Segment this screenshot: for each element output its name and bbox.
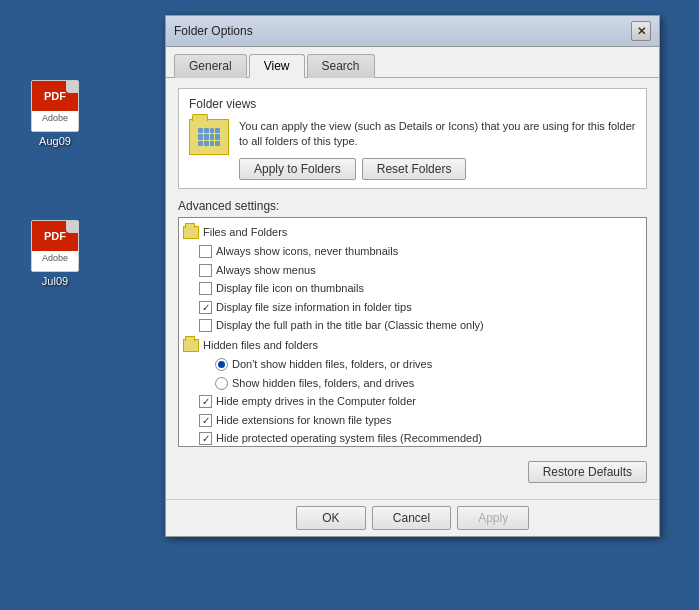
apply-to-folders-button[interactable]: Apply to Folders [239,158,356,180]
folder-views-inner: You can apply the view (such as Details … [189,119,636,180]
folder-views-description: You can apply the view (such as Details … [239,119,636,150]
checkbox-hide-empty-drives[interactable] [199,395,212,408]
list-item-hide-empty-drives[interactable]: Hide empty drives in the Computer folder [179,392,646,411]
pdf-icon-jul09: PDF Adobe [31,220,79,272]
close-button[interactable]: ✕ [631,21,651,41]
desktop-icon-aug09[interactable]: PDF Adobe Aug09 [20,80,90,147]
cancel-button[interactable]: Cancel [372,506,451,530]
adobe-label2: Adobe [42,253,68,263]
ok-button[interactable]: OK [296,506,366,530]
reset-folders-button[interactable]: Reset Folders [362,158,467,180]
folder-views-section: Folder views [178,88,647,189]
desktop-icon-jul09[interactable]: PDF Adobe Jul09 [20,220,90,287]
list-item-always-show-icons[interactable]: Always show icons, never thumbnails [179,242,646,261]
checkbox-always-show-menus[interactable] [199,264,212,277]
desktop-icon-label-aug09: Aug09 [39,135,71,147]
folder-view-icon [189,119,229,155]
grid-cell [204,141,209,146]
dialog-body: Folder views [166,78,659,457]
folder-options-dialog: Folder Options ✕ General View Search Fol… [165,15,660,537]
desktop-icon-label-jul09: Jul09 [42,275,68,287]
grid-cell [198,128,203,133]
files-folders-label: Files and Folders [203,224,287,241]
checkbox-display-full-path[interactable] [199,319,212,332]
tab-search[interactable]: Search [307,54,375,78]
always-show-menus-label: Always show menus [216,262,316,279]
restore-defaults-row: Restore Defaults [178,461,647,483]
pdf-label2: PDF [44,230,66,242]
display-file-size-label: Display file size information in folder … [216,299,412,316]
desktop: PDF Adobe Aug09 PDF Adobe Jul09 Folder O… [0,0,699,610]
radio-dont-show-hidden[interactable] [215,358,228,371]
list-item-always-show-menus[interactable]: Always show menus [179,261,646,280]
restore-defaults-button[interactable]: Restore Defaults [528,461,647,483]
grid-cell [198,141,203,146]
dialog-title: Folder Options [174,24,253,38]
list-item-display-full-path[interactable]: Display the full path in the title bar (… [179,316,646,335]
checkbox-display-file-icon[interactable] [199,282,212,295]
folder-view-buttons: Apply to Folders Reset Folders [239,158,636,180]
grid-cell [204,128,209,133]
dialog-bottom: Restore Defaults [166,457,659,499]
list-item-display-file-icon[interactable]: Display file icon on thumbnails [179,279,646,298]
checkbox-hide-extensions[interactable] [199,414,212,427]
advanced-settings-listbox[interactable]: Files and Folders Always show icons, nev… [178,217,647,447]
folder-views-title: Folder views [189,97,636,111]
adobe-label: Adobe [42,113,68,123]
display-full-path-label: Display the full path in the title bar (… [216,317,484,334]
tabs-bar: General View Search [166,47,659,78]
pdf-fold2 [66,221,78,233]
tab-general[interactable]: General [174,54,247,78]
show-hidden-label: Show hidden files, folders, and drives [232,375,414,392]
list-item-hide-protected[interactable]: Hide protected operating system files (R… [179,429,646,446]
grid-cell [210,128,215,133]
grid-cell [210,141,215,146]
tab-view[interactable]: View [249,54,305,78]
dont-show-hidden-label: Don't show hidden files, folders, or dri… [232,356,432,373]
checkbox-always-show-icons[interactable] [199,245,212,258]
list-item-display-file-size[interactable]: Display file size information in folder … [179,298,646,317]
grid-cell [198,134,203,139]
folder-icon-small [183,226,199,239]
grid-cell [204,134,209,139]
hide-protected-label: Hide protected operating system files (R… [216,430,482,446]
pdf-icon-aug09: PDF Adobe [31,80,79,132]
folder-grid [196,126,222,148]
pdf-fold [66,81,78,93]
radio-show-hidden[interactable] [215,377,228,390]
list-item-files-folders-header: Files and Folders [179,222,646,243]
hide-extensions-label: Hide extensions for known file types [216,412,391,429]
list-item-hide-extensions[interactable]: Hide extensions for known file types [179,411,646,430]
apply-button[interactable]: Apply [457,506,529,530]
display-file-icon-label: Display file icon on thumbnails [216,280,364,297]
settings-list[interactable]: Files and Folders Always show icons, nev… [179,218,646,446]
list-item-hidden-files-header: Hidden files and folders [179,335,646,356]
pdf-label: PDF [44,90,66,102]
always-show-icons-label: Always show icons, never thumbnails [216,243,398,260]
grid-cell [215,128,220,133]
folder-views-content: You can apply the view (such as Details … [239,119,636,180]
list-item-show-hidden[interactable]: Show hidden files, folders, and drives [179,374,646,393]
grid-cell [215,141,220,146]
checkbox-hide-protected[interactable] [199,432,212,445]
dialog-titlebar: Folder Options ✕ [166,16,659,47]
grid-cell [210,134,215,139]
checkbox-display-file-size[interactable] [199,301,212,314]
grid-cell [215,134,220,139]
list-item-dont-show-hidden[interactable]: Don't show hidden files, folders, or dri… [179,355,646,374]
hide-empty-drives-label: Hide empty drives in the Computer folder [216,393,416,410]
folder-icon-small2 [183,339,199,352]
hidden-files-label: Hidden files and folders [203,337,318,354]
dialog-footer: OK Cancel Apply [166,499,659,536]
advanced-settings-label: Advanced settings: [178,199,647,213]
